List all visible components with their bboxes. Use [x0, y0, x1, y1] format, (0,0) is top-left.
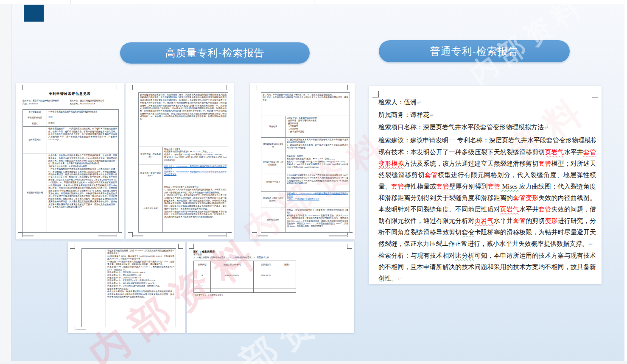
text-segment: 套管 [538, 206, 551, 213]
page-corner-mark [227, 85, 232, 90]
banner-label: 普通专利-检索报告 [430, 44, 519, 58]
form-row-text: 技术问题：目前国内的电解金属锰生产工艺是将锰矿酸浸、含锰中和、亚铁离子氧化、铁离… [47, 153, 118, 232]
text-segment: 现有技术： [378, 149, 410, 156]
text-segment: 变形 [545, 217, 557, 224]
page-footer-mark [258, 235, 268, 236]
text-segment: 专利名称：深层页岩气井水平段套管变形物理模拟方法 [457, 137, 596, 144]
text-segment: 水平井 [519, 206, 538, 213]
page-footer-mark [329, 235, 348, 236]
page-corner-mark [372, 91, 379, 97]
text-segment: 套变 [462, 229, 474, 236]
form-row-text: 经检索，检索得到涉案专利 1，涉案专利 1 要求保护的内容为（概述）： 将电解锰… [286, 208, 350, 232]
text-segment: 所属商务：谭祥花 [378, 111, 429, 118]
form-row: 的净化锰合格的溶液进行第二次固液分离，将第二次固液分离后的滤液通过计量泵精准送入… [139, 93, 228, 147]
text-segment: 与现有技术相对 [410, 252, 455, 259]
form-row-label: 新创性检索（检索条款用） [139, 147, 163, 164]
result-table-cell [194, 289, 211, 293]
text-segment: 套管 [538, 160, 551, 167]
text-segment: 套管 [436, 183, 449, 190]
page-footer-mark [208, 235, 227, 236]
form-row-text: 中信大锰矿业有限责任公司 OR 广西天润参锰业科技有限公司 OR 广西汇元锰业有… [286, 173, 350, 191]
text-segment: 套管 [425, 172, 438, 178]
text-segment: 套管 [488, 183, 501, 190]
result-table-cell [278, 282, 296, 289]
toolbar-artifact [314, 0, 314, 4]
form-row: 竞争对手检索分析（检索条款用） 检索工具：智慧芽 检索国家/地区数据库(复选)：… [261, 154, 350, 173]
page-corner-mark [128, 85, 133, 90]
text-segment: Mises [501, 183, 519, 190]
form-row-label: 发明人 [23, 121, 47, 126]
meta-refno: 发文字号：XLD20191031XX [70, 102, 117, 105]
form-row-label: 现有技术（侵权分析对比文件） [261, 192, 286, 208]
text-segment: 检索建议：建议申请发明 [378, 137, 448, 144]
result-table-header: 国别以及文件号码 [211, 261, 254, 268]
form-row: 撰写建议及资料补充说明 1、建议补充该技术方案具体实例以及能够有力支撑本申请技术… [261, 138, 350, 154]
form-row-label: 技术背景简介 [23, 127, 47, 153]
text-segment: 页岩气 [545, 149, 564, 156]
form-row-text: 检索工具：智慧芽 检索国家/地区数据库(复选)：■CN；□US；其他＿＿＿ 检索… [286, 154, 350, 173]
text-segment: 比分析 [455, 252, 474, 259]
company-logo [24, 5, 44, 22]
form-row-label: 侵权检索分析 [261, 208, 286, 232]
page-footer-mark [133, 235, 143, 236]
page-footer-mark [23, 235, 34, 236]
text-segment: 弹性模量或 [404, 183, 437, 190]
result-table-cell [278, 289, 296, 293]
text-segment: 检索项目名称：深层页岩气井水平段套管变形物理模拟方法 [378, 124, 544, 131]
content-stage: 内部资料 内部资料 高质量专利-检索报告 普通专利-检索报告 专利申请检索评估意… [11, 4, 624, 361]
business-line: 所属商务：谭祥花↵ [378, 109, 596, 122]
text-segment: 方法及系统，该方法通过建立天然裂缝滑移剪切 [404, 160, 538, 167]
window-bottom-strip [0, 361, 627, 364]
form-row-text: 干锰渣原料的理论用量，反应 10~20min，反应完成后采用压滤机分离浸出液和浸… [106, 249, 176, 327]
meta-send: 发文单位：德义天雄锰业集团有限公司 [70, 99, 117, 102]
form-row-text: 经检索，找到对比文件 1 和对比文件 2。 1、对比文件 1 为与本申请技术方案… [163, 185, 228, 232]
banner-ordinary-report[interactable]: 普通专利-检索报告 [379, 40, 570, 62]
thumbnail-evaluation-form-page1[interactable]: 专利申请检索评估意见表 受文单位：重庆市海立达专利代理事务所发文单位：德义天雄锰… [16, 83, 124, 239]
result-table-cell [211, 282, 254, 289]
banner-label: 高质量专利-检索报告 [165, 46, 265, 60]
form-row: 技术背景简介 电解金属锰的生产——个典型的湿法冶金过程。由于锰矿常与铁的化合物伴… [23, 127, 118, 153]
report-page-ordinary-patent[interactable]: 检索人：伍洲↵ 所属商务：谭祥花↵ 检索项目名称：深层页岩气井水平段套管变形物理… [369, 86, 602, 284]
text-segment: 套管变形 [513, 195, 538, 201]
project-name-line: 检索项目名称：深层页岩气井水平段套管变形物理模拟方法↵ [378, 121, 596, 134]
page-corner-mark [178, 244, 183, 249]
text-segment: 页岩气 [500, 206, 519, 213]
result-table-header: 附图* [278, 261, 296, 268]
text-segment: 套管 [513, 217, 526, 224]
form-meta: 受文单位：重庆市海立达专利代理事务所发文单位：德义天雄锰业集团有限公司 日期：2… [22, 99, 119, 105]
text-segment: ↵ [417, 100, 421, 106]
form-row-label: 撰写建议及资料补充说明 [261, 138, 286, 154]
form-row-label: 竞争对手检索分析（检索条款用） [261, 154, 286, 173]
result-table-header: 公开(告)日 [254, 261, 278, 268]
form-row-label [82, 249, 106, 327]
banner-high-quality-report[interactable]: 高质量专利-检索报告 [120, 42, 310, 64]
text-segment: ↵ [430, 112, 434, 118]
text-segment: 水平井 [494, 217, 513, 224]
page-corner-mark [252, 85, 257, 90]
page-corner-mark [117, 232, 122, 237]
text-segment: 壁厚分别得到 [449, 183, 488, 190]
form-title: 专利申请检索评估意见表 [16, 92, 124, 96]
page-corner-mark [347, 85, 353, 90]
page-corner-mark [70, 244, 75, 249]
page-corner-mark [227, 232, 232, 237]
text-segment: 套管 [391, 183, 404, 190]
thumbnail-attachment-result-table[interactable]: 附件：检索结果表 填写说明： X：一般文件影响（新颖性或创造性）；Y：文件组合影… [187, 242, 354, 333]
text-segment: ･･ [448, 137, 457, 142]
thumbnail-evaluation-form-page2[interactable]: 的净化锰合格的溶液进行第二次固液分离，将第二次固液分离后的滤液通过计量泵精准送入… [126, 83, 234, 239]
thumbnail-evaluation-form-page3[interactable]: 步，因此，本申请的技术方案满足《专利法》第二十二条第三款规定的创造性。 综上所述… [250, 83, 355, 239]
form-row: 申请国家或地区 中国 [23, 115, 118, 121]
form-table: 干锰渣原料的理论用量，反应 10~20min，反应完成后采用压滤机分离浸出液和浸… [81, 248, 176, 327]
form-row: 现有技术（新创性对比文件） 对比文件 1：CN103030047A 利用低品位菱… [139, 164, 228, 185]
result-table-cell [254, 282, 278, 289]
form-row-label: 申请国家或地区 [23, 115, 47, 120]
result-table-cell: X [194, 268, 211, 282]
text-segment: 水平井 [564, 149, 583, 156]
thumbnail-evaluation-form-page4[interactable]: 干锰渣原料的理论用量，反应 10~20min，反应完成后采用压滤机分离浸出液和浸… [68, 242, 185, 333]
form-row: 侵权检索分析 经检索，检索得到涉案专利 1，涉案专利 1 要求保护的内容为（概述… [261, 208, 350, 232]
meta-recv: 受文单位：重庆市海立达专利代理事务所 [22, 99, 70, 102]
result-table-cell [211, 289, 254, 293]
text-segment: 检索人：伍洲 [378, 99, 417, 106]
result-table-cell: Y [194, 282, 211, 289]
meta-date: 日期：2019-10-31 [22, 102, 70, 105]
